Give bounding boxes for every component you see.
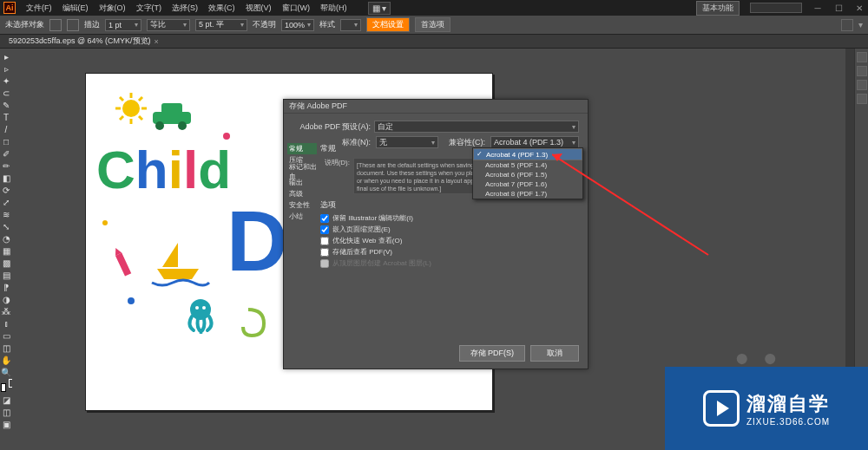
maximize-icon[interactable]: ☐ (833, 3, 844, 12)
artboard-tool-icon[interactable]: ▭ (1, 329, 11, 342)
zoom-tool-icon[interactable]: 🔍 (1, 366, 11, 378)
profile-select[interactable]: 5 pt. 平▾ (195, 19, 247, 31)
opacity-label: 不透明 (253, 19, 276, 30)
save-pdf-button[interactable]: 存储 PDF(S) (459, 345, 526, 362)
compat-option-0[interactable]: ✓Acrobat 4 (PDF 1.3) (473, 148, 582, 160)
compat-option-1[interactable]: Acrobat 5 (PDF 1.4) (473, 160, 582, 170)
document-tab[interactable]: 5920253dc5ffa.eps @ 64% (CMYK/预览) × (9, 36, 159, 47)
preset-select[interactable]: 自定▾ (374, 121, 579, 133)
brush-select[interactable]: 等比▾ (147, 19, 190, 31)
shape-builder-tool-icon[interactable]: ◔ (1, 232, 11, 245)
menu-effect[interactable]: 效果(C) (208, 3, 235, 14)
workspace-switcher[interactable]: 基本功能 (696, 1, 740, 16)
symbol-sprayer-tool-icon[interactable]: ⁂ (1, 305, 11, 317)
app-logo-icon: Ai (3, 2, 16, 14)
panel-icon-1[interactable] (857, 52, 867, 62)
eraser-tool-icon[interactable]: ◧ (1, 172, 11, 184)
eyedropper-tool-icon[interactable]: ⁋ (1, 281, 11, 293)
color-mode-icon[interactable]: ◪ (1, 394, 11, 406)
minimize-icon[interactable]: ─ (812, 3, 823, 12)
pencil-tool-icon[interactable]: ✏ (1, 160, 11, 172)
section-tab-output[interactable]: 输出 (287, 177, 317, 188)
section-tab-advanced[interactable]: 高级 (287, 188, 317, 199)
opt-view-after[interactable]: 存储后查看 PDF(V) (320, 247, 581, 257)
pen-tool-icon[interactable]: ✎ (1, 99, 11, 111)
prefs-button[interactable]: 首选项 (415, 17, 450, 32)
section-tab-summary[interactable]: 小结 (287, 211, 317, 222)
scale-tool-icon[interactable]: ⤢ (1, 196, 11, 208)
save-pdf-dialog: 存储 Adobe PDF Adobe PDF 预设(A): 自定▾ 标准(N):… (283, 99, 589, 369)
section-tab-marks[interactable]: 标记和出血 (287, 166, 317, 177)
stroke-weight-select[interactable]: 1 pt▾ (105, 19, 141, 31)
fill-stroke-swatches[interactable] (1, 382, 11, 394)
brush-tool-icon[interactable]: ✐ (1, 147, 11, 160)
gradient-tool-icon[interactable]: ▤ (1, 269, 11, 281)
width-tool-icon[interactable]: ≋ (1, 208, 11, 220)
menu-layout-icon[interactable]: ▦ ▾ (368, 2, 391, 15)
menu-edit[interactable]: 编辑(E) (62, 3, 89, 14)
compat-option-3[interactable]: Acrobat 7 (PDF 1.6) (473, 179, 582, 189)
cancel-button[interactable]: 取消 (530, 345, 579, 362)
panel-icon-3[interactable] (857, 80, 867, 90)
slice-tool-icon[interactable]: ◫ (1, 342, 11, 354)
rect-tool-icon[interactable]: □ (1, 135, 11, 147)
svg-point-12 (178, 121, 187, 130)
lasso-tool-icon[interactable]: ⊂ (1, 87, 11, 99)
menu-help[interactable]: 帮助(H) (320, 3, 347, 14)
menu-object[interactable]: 对象(O) (99, 3, 126, 14)
column-graph-tool-icon[interactable]: ⫾ (1, 317, 11, 329)
checkbox-view-after[interactable] (320, 248, 329, 257)
hand-tool-icon[interactable]: ✋ (1, 354, 11, 366)
svg-point-20 (195, 306, 199, 310)
options-header: 选项 (320, 199, 581, 211)
screen-mode-icon[interactable]: ▣ (1, 418, 11, 430)
section-tab-general[interactable]: 常规 (287, 143, 317, 154)
perspective-tool-icon[interactable]: ▦ (1, 245, 11, 257)
svg-text:Child: Child (96, 140, 231, 199)
svg-point-23 (223, 133, 230, 140)
close-tab-icon[interactable]: × (155, 37, 159, 46)
free-transform-tool-icon[interactable]: ⤡ (1, 220, 11, 232)
style-label: 样式 (319, 19, 335, 30)
menu-file[interactable]: 文件(F) (26, 3, 52, 14)
blend-tool-icon[interactable]: ◑ (1, 293, 11, 305)
rotate-tool-icon[interactable]: ⟳ (1, 184, 11, 196)
checkbox-preserve-edit[interactable] (320, 214, 329, 223)
type-tool-icon[interactable]: T (1, 111, 11, 123)
opacity-select[interactable]: 100%▾ (281, 19, 314, 31)
compat-option-2[interactable]: Acrobat 6 (PDF 1.5) (473, 170, 582, 179)
app-titlebar: Ai 文件(F) 编辑(E) 对象(O) 文字(T) 选择(S) 效果(C) 视… (0, 0, 868, 16)
document-tab-label: 5920253dc5ffa.eps @ 64% (CMYK/预览) (9, 36, 151, 47)
svg-line-5 (120, 97, 123, 101)
section-tab-security[interactable]: 安全性 (287, 199, 317, 211)
mesh-tool-icon[interactable]: ▩ (1, 257, 11, 269)
draw-mode-icon[interactable]: ◫ (1, 406, 11, 418)
panel-icon-4[interactable] (857, 94, 867, 104)
selection-tool-icon[interactable]: ▸ (1, 50, 11, 62)
brand-name: 溜溜自学 (746, 391, 830, 417)
checkbox-optimize-web[interactable] (320, 237, 329, 245)
menu-type[interactable]: 文字(T) (136, 3, 162, 14)
close-icon[interactable]: ✕ (854, 3, 865, 12)
opt-embed-thumb[interactable]: 嵌入页面缩览图(E) (320, 225, 581, 234)
align-icon[interactable] (841, 19, 853, 31)
fill-swatch[interactable] (49, 19, 62, 31)
menu-select[interactable]: 选择(S) (172, 3, 198, 14)
stroke-swatch[interactable] (67, 19, 79, 31)
checkbox-embed-thumb[interactable] (320, 225, 329, 234)
style-select[interactable]: ▾ (340, 19, 361, 31)
opt-preserve-edit[interactable]: 保留 Illustrator 编辑功能(I) (320, 213, 581, 223)
menu-view[interactable]: 视图(V) (246, 3, 272, 14)
stroke-label: 描边 (84, 19, 100, 30)
magic-wand-tool-icon[interactable]: ✦ (1, 75, 11, 87)
line-tool-icon[interactable]: / (1, 123, 11, 135)
menu-window[interactable]: 窗口(W) (282, 3, 311, 14)
compat-option-4[interactable]: Acrobat 8 (PDF 1.7) (473, 189, 582, 199)
doc-setup-button[interactable]: 文档设置 (366, 17, 410, 32)
opt-optimize-web[interactable]: 优化快速 Web 查看(O) (320, 236, 581, 245)
check-icon: ✓ (477, 150, 483, 158)
direct-select-tool-icon[interactable]: ▹ (1, 62, 11, 75)
dialog-titlebar[interactable]: 存储 Adobe PDF (284, 100, 588, 114)
panel-icon-2[interactable] (857, 66, 867, 76)
search-input[interactable] (750, 3, 802, 13)
